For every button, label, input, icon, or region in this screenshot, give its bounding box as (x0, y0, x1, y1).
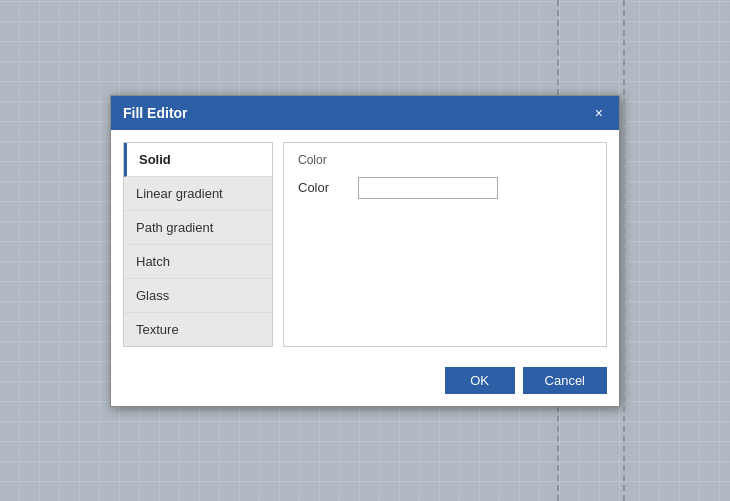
dialog-body: SolidLinear gradientPath gradientHatchGl… (111, 130, 619, 359)
dialog-titlebar: Fill Editor × (111, 96, 619, 130)
fill-type-item-glass[interactable]: Glass (124, 279, 272, 313)
fill-type-item-solid[interactable]: Solid (124, 143, 272, 177)
color-label: Color (298, 180, 348, 195)
fill-type-item-hatch[interactable]: Hatch (124, 245, 272, 279)
color-row: Color (298, 177, 592, 199)
dialog-footer: OK Cancel (111, 359, 619, 406)
fill-content-panel: Color Color (283, 142, 607, 347)
close-button[interactable]: × (591, 104, 607, 122)
fill-editor-dialog: Fill Editor × SolidLinear gradientPath g… (110, 95, 620, 407)
fill-type-item-path-gradient[interactable]: Path gradient (124, 211, 272, 245)
cancel-button[interactable]: Cancel (523, 367, 607, 394)
dialog-title: Fill Editor (123, 105, 188, 121)
content-section-title: Color (298, 153, 592, 167)
fill-type-list: SolidLinear gradientPath gradientHatchGl… (123, 142, 273, 347)
fill-type-item-linear-gradient[interactable]: Linear gradient (124, 177, 272, 211)
fill-type-item-texture[interactable]: Texture (124, 313, 272, 346)
ok-button[interactable]: OK (445, 367, 515, 394)
color-input[interactable] (358, 177, 498, 199)
